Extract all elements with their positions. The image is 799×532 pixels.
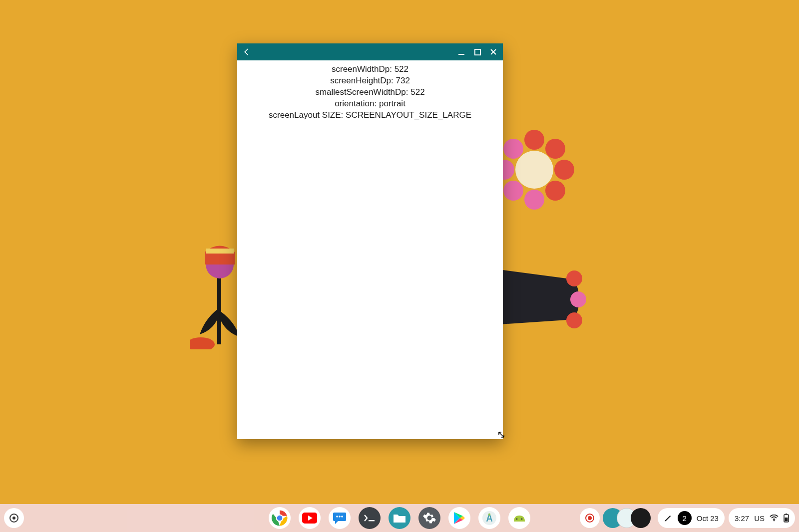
shelf-app-android-studio[interactable] <box>478 507 500 529</box>
shelf-app-youtube[interactable] <box>299 507 321 529</box>
shelf-app-emulator[interactable] <box>508 507 530 529</box>
folder-icon <box>393 513 406 524</box>
shelf-app-terminal[interactable] <box>359 507 381 529</box>
svg-point-6 <box>545 139 565 159</box>
svg-point-12 <box>503 139 523 159</box>
launcher-button[interactable] <box>4 508 24 528</box>
svg-point-33 <box>588 516 592 520</box>
svg-point-5 <box>524 130 544 150</box>
svg-point-25 <box>339 516 341 518</box>
shelf-app-icons <box>269 507 530 529</box>
svg-point-15 <box>566 312 582 328</box>
shelf-app-chrome[interactable] <box>269 507 291 529</box>
tray-record-button[interactable] <box>580 508 600 528</box>
chat-bubble-icon <box>332 511 347 526</box>
status-date: Oct 23 <box>697 514 719 523</box>
svg-point-10 <box>503 181 523 201</box>
svg-rect-16 <box>458 54 464 55</box>
close-button[interactable] <box>489 47 498 56</box>
svg-point-14 <box>570 291 586 307</box>
svg-rect-0 <box>217 269 221 344</box>
android-app-window: screenWidthDp: 522 screenHeightDp: 732 s… <box>237 43 503 439</box>
shelf-app-play-store[interactable] <box>448 507 470 529</box>
system-tray-pill[interactable]: 3:27 US <box>729 508 795 528</box>
back-button[interactable] <box>242 47 251 56</box>
wifi-icon <box>770 515 779 522</box>
svg-rect-36 <box>786 514 787 515</box>
svg-point-26 <box>341 516 343 518</box>
shelf: 2 Oct 23 3:27 US <box>0 504 799 532</box>
notification-count: 2 <box>683 514 687 523</box>
smallest-width-line: smallestScreenWidthDp: 522 <box>237 86 503 98</box>
svg-point-29 <box>488 514 490 516</box>
tray-running-apps[interactable] <box>603 508 651 528</box>
pen-icon <box>664 514 673 523</box>
window-titlebar <box>237 43 503 60</box>
tray-icons <box>580 508 654 528</box>
svg-point-3 <box>190 337 215 349</box>
terminal-icon <box>363 513 376 523</box>
shelf-app-messages[interactable] <box>329 507 351 529</box>
svg-rect-17 <box>474 49 480 54</box>
svg-rect-27 <box>369 520 375 521</box>
orientation-line: orientation: portrait <box>237 98 503 109</box>
minimize-button[interactable] <box>457 47 466 56</box>
play-store-icon <box>453 511 466 525</box>
screen-layout-line: screenLayout SIZE: SCREENLAYOUT_SIZE_LAR… <box>237 109 503 121</box>
app-content: screenWidthDp: 522 screenHeightDp: 732 s… <box>237 60 503 439</box>
battery-icon <box>784 514 789 523</box>
svg-point-30 <box>516 519 518 520</box>
notification-count-badge[interactable]: 2 <box>678 511 692 525</box>
svg-point-24 <box>336 516 338 518</box>
svg-point-8 <box>545 181 565 201</box>
svg-point-28 <box>482 511 496 525</box>
youtube-icon <box>302 513 317 524</box>
status-time: 3:27 <box>735 514 749 523</box>
svg-point-31 <box>521 519 523 520</box>
record-icon <box>585 513 595 523</box>
maximize-button[interactable] <box>473 47 482 56</box>
gear-icon <box>422 511 436 525</box>
svg-point-13 <box>566 270 582 286</box>
arrow-left-icon <box>242 47 251 56</box>
svg-rect-2 <box>206 249 234 254</box>
shelf-app-files[interactable] <box>389 507 410 529</box>
svg-point-19 <box>12 517 15 520</box>
android-icon <box>512 513 527 524</box>
chrome-icon <box>271 510 288 527</box>
svg-rect-37 <box>785 518 788 522</box>
svg-point-9 <box>524 190 544 210</box>
quick-settings-pill[interactable]: 2 Oct 23 <box>658 508 725 528</box>
status-area: 2 Oct 23 3:27 US <box>580 508 795 528</box>
svg-point-7 <box>554 160 574 180</box>
minimize-icon <box>457 48 465 56</box>
wallpaper-flower-right <box>489 125 579 215</box>
wallpaper-fan-shape <box>499 269 589 339</box>
launcher-icon <box>9 514 18 523</box>
maximize-icon <box>474 48 481 56</box>
close-icon <box>489 48 497 56</box>
svg-point-4 <box>515 151 553 189</box>
shelf-app-settings[interactable] <box>418 507 440 529</box>
status-locale: US <box>754 514 765 523</box>
screen-width-line: screenWidthDp: 522 <box>237 63 503 75</box>
screen-height-line: screenHeightDp: 732 <box>237 75 503 86</box>
android-studio-icon <box>482 511 497 526</box>
svg-point-34 <box>774 520 775 522</box>
